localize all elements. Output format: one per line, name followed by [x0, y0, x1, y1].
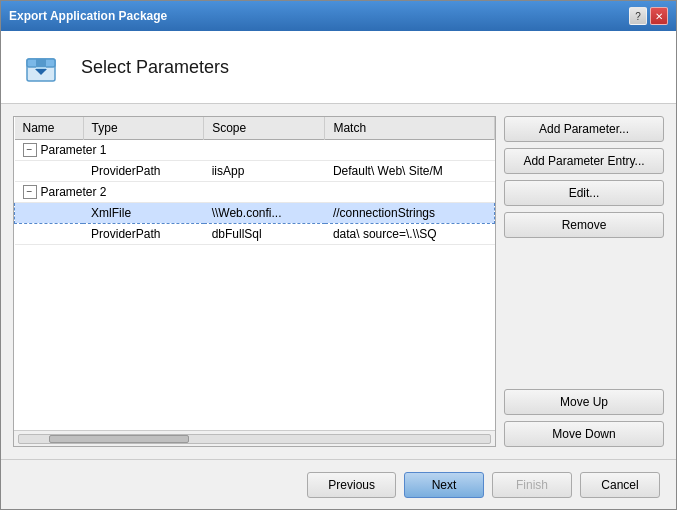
horizontal-scrollbar[interactable]	[14, 430, 495, 446]
table-row[interactable]: ProviderPathdbFullSqldata\ source=\.\\SQ	[15, 224, 495, 245]
col-match: Match	[325, 117, 495, 140]
header-icon	[17, 43, 65, 91]
col-type: Type	[83, 117, 204, 140]
col-name: Name	[15, 117, 84, 140]
scrollbar-track[interactable]	[18, 434, 491, 444]
next-button[interactable]: Next	[404, 472, 484, 498]
dialog-title: Export Application Package	[9, 9, 167, 23]
bottom-bar: Previous Next Finish Cancel	[1, 459, 676, 509]
cell-match: data\ source=\.\\SQ	[325, 224, 495, 245]
page-title: Select Parameters	[81, 57, 229, 78]
cancel-button[interactable]: Cancel	[580, 472, 660, 498]
help-button[interactable]: ?	[629, 7, 647, 25]
table-row[interactable]: XmlFile\\Web.confi...//connectionStrings	[15, 203, 495, 224]
cell-type: XmlFile	[83, 203, 204, 224]
edit-button[interactable]: Edit...	[504, 180, 664, 206]
col-scope: Scope	[204, 117, 325, 140]
cell-scope: iisApp	[204, 161, 325, 182]
cell-type: ProviderPath	[83, 161, 204, 182]
cell-scope: dbFullSql	[204, 224, 325, 245]
params-table: Name Type Scope Match −Parameter 1Provid…	[14, 117, 495, 245]
cell-name	[15, 161, 84, 182]
finish-button[interactable]: Finish	[492, 472, 572, 498]
dialog: Export Application Package ? ✕ Select Pa…	[0, 0, 677, 510]
title-bar: Export Application Package ? ✕	[1, 1, 676, 31]
table-scroll[interactable]: Name Type Scope Match −Parameter 1Provid…	[14, 117, 495, 430]
expand-icon[interactable]: −	[23, 143, 37, 157]
cell-match: Default\ Web\ Site/M	[325, 161, 495, 182]
params-table-container: Name Type Scope Match −Parameter 1Provid…	[13, 116, 496, 447]
header-section: Select Parameters	[1, 31, 676, 104]
cell-name	[15, 203, 84, 224]
cell-scope: \\Web.confi...	[204, 203, 325, 224]
remove-button[interactable]: Remove	[504, 212, 664, 238]
cell-type: ProviderPath	[83, 224, 204, 245]
add-parameter-entry-button[interactable]: Add Parameter Entry...	[504, 148, 664, 174]
group-name: Parameter 1	[41, 143, 107, 157]
scrollbar-thumb[interactable]	[49, 435, 189, 443]
svg-rect-2	[36, 59, 46, 67]
title-bar-controls: ? ✕	[629, 7, 668, 25]
close-button[interactable]: ✕	[650, 7, 668, 25]
group-name: Parameter 2	[41, 185, 107, 199]
action-buttons: Add Parameter... Add Parameter Entry... …	[504, 116, 664, 447]
table-group-row[interactable]: −Parameter 1	[15, 140, 495, 161]
cell-name	[15, 224, 84, 245]
content-area: Name Type Scope Match −Parameter 1Provid…	[1, 104, 676, 459]
move-down-button[interactable]: Move Down	[504, 421, 664, 447]
table-group-row[interactable]: −Parameter 2	[15, 182, 495, 203]
move-up-button[interactable]: Move Up	[504, 389, 664, 415]
expand-icon[interactable]: −	[23, 185, 37, 199]
previous-button[interactable]: Previous	[307, 472, 396, 498]
cell-match: //connectionStrings	[325, 203, 495, 224]
table-row[interactable]: ProviderPathiisAppDefault\ Web\ Site/M	[15, 161, 495, 182]
add-parameter-button[interactable]: Add Parameter...	[504, 116, 664, 142]
